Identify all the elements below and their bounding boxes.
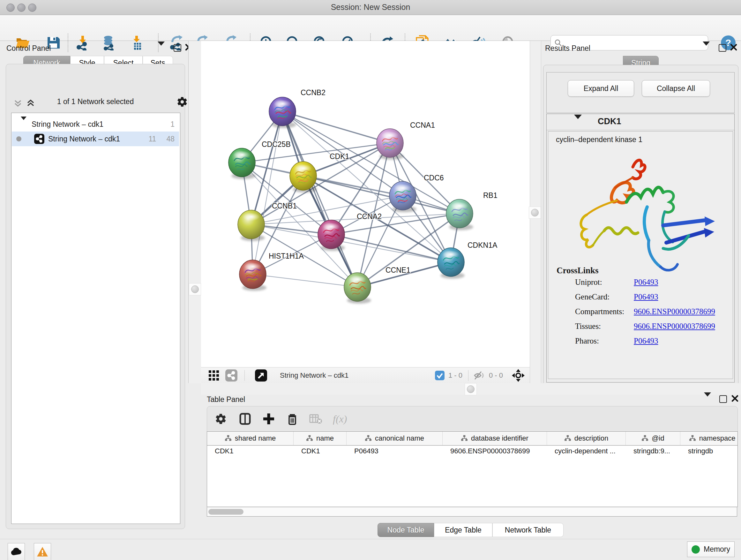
network-collection-row[interactable]: String Network – cdk1 1 xyxy=(12,117,179,132)
entry-collapse-icon[interactable] xyxy=(574,119,582,125)
table-cell[interactable]: CDK1 xyxy=(293,445,347,457)
table-cell[interactable]: stringdb xyxy=(680,445,738,457)
select-columns-icon[interactable] xyxy=(239,413,251,425)
function-builder-icon[interactable]: f(x) xyxy=(333,413,347,425)
cloud-button[interactable] xyxy=(8,543,25,560)
table-panel-collapse-icon[interactable] xyxy=(704,396,711,402)
network-edge-count: 48 xyxy=(166,135,175,143)
network-status-dot-icon xyxy=(16,136,21,141)
crosshair-icon[interactable] xyxy=(511,368,525,382)
edge-CCNB2-CCNA1[interactable] xyxy=(282,111,390,143)
crosslink-row: Tissues:9606.ENSP00000378699 xyxy=(548,322,733,336)
control-panel-title: Control Panel xyxy=(6,44,51,53)
collapse-all-networks-icon[interactable] xyxy=(26,99,36,108)
results-panel-float-icon[interactable] xyxy=(719,44,726,52)
crosslink-link[interactable]: P06493 xyxy=(634,278,658,287)
edge-HIST1H1A-CCNE1[interactable] xyxy=(253,274,357,287)
string-results-container: Expand All Collapse All CDK1 cyclin–depe… xyxy=(543,65,738,388)
table-settings-gear-icon[interactable] xyxy=(215,413,227,425)
selected-checkbox-icon[interactable] xyxy=(435,371,445,380)
node-label-CDC6: CDC6 xyxy=(424,174,444,182)
navigator-grid-icon[interactable] xyxy=(208,370,219,381)
collapse-all-button[interactable]: Collapse All xyxy=(642,80,710,97)
column-header-namespace[interactable]: namespace xyxy=(680,432,738,445)
edge-CCNA2-CDKN1A[interactable] xyxy=(331,234,451,262)
node-label-CCNA2: CCNA2 xyxy=(357,212,382,221)
table-cell[interactable]: 9606.ENSP00000378699 xyxy=(443,445,547,457)
network-row-selected[interactable]: String Network – cdk1 11 48 xyxy=(12,132,179,146)
table-panel-close-icon[interactable] xyxy=(731,395,738,402)
node-CCNE1[interactable] xyxy=(344,273,371,304)
add-column-icon[interactable] xyxy=(263,413,275,425)
column-header-@id[interactable]: @id xyxy=(626,432,680,445)
network-list-box: 1 of 1 Network selected String Network –… xyxy=(6,64,185,529)
main-toolbar: ? xyxy=(0,15,741,41)
crosslink-label: GeneCard: xyxy=(575,293,610,301)
node-CDC6[interactable] xyxy=(389,181,416,212)
column-header-name[interactable]: name xyxy=(293,432,347,445)
delete-column-icon[interactable] xyxy=(286,413,298,425)
expand-all-networks-icon[interactable] xyxy=(13,99,23,108)
string-logo-icon[interactable] xyxy=(225,369,238,381)
column-type-icon xyxy=(461,435,468,442)
table-cell[interactable]: P06493 xyxy=(347,445,443,457)
right-splitter-handle[interactable] xyxy=(529,206,541,219)
memory-button[interactable]: Memory xyxy=(687,542,735,557)
column-header-shared-name[interactable]: shared name xyxy=(207,432,293,445)
entry-content: cyclin–dependent kinase 1 xyxy=(548,131,733,379)
node-CCNA2[interactable] xyxy=(318,220,345,251)
column-header-canonical-name[interactable]: canonical name xyxy=(347,432,443,445)
delete-table-icon[interactable] xyxy=(309,414,322,424)
warning-button[interactable] xyxy=(34,543,51,560)
node-HIST1H1A[interactable] xyxy=(239,260,266,291)
table-cell[interactable]: cyclin-dependent ... xyxy=(547,445,626,457)
left-splitter[interactable] xyxy=(188,41,202,383)
table-cell[interactable]: CDK1 xyxy=(207,445,293,457)
cdk1-entry-panel: CDK1 cyclin–dependent kinase 1 xyxy=(546,114,735,382)
node-CDC25B[interactable] xyxy=(228,148,256,179)
table-horizontal-scrollbar[interactable] xyxy=(207,507,737,516)
crosslink-link[interactable]: P06493 xyxy=(634,293,658,301)
results-panel-close-icon[interactable] xyxy=(730,44,737,51)
left-splitter-handle[interactable] xyxy=(189,283,201,295)
tab-network-table[interactable]: Network Table xyxy=(492,523,563,537)
string-network-icon xyxy=(34,134,44,144)
expand-all-button[interactable]: Expand All xyxy=(568,80,634,97)
table-panel-float-icon[interactable] xyxy=(719,395,727,403)
entry-description: cyclin–dependent kinase 1 xyxy=(556,135,643,144)
control-panel-collapse-icon[interactable] xyxy=(158,46,165,51)
control-panel-float-icon[interactable] xyxy=(174,44,181,52)
results-panel-collapse-icon[interactable] xyxy=(703,46,710,51)
column-header-description[interactable]: description xyxy=(547,432,626,445)
warning-icon xyxy=(37,546,49,557)
entry-divider xyxy=(547,130,734,130)
detach-view-icon[interactable] xyxy=(255,369,267,381)
crosslink-link[interactable]: 9606.ENSP00000378699 xyxy=(634,307,715,316)
column-label: @id xyxy=(652,434,664,442)
hidden-eye-slash-icon[interactable] xyxy=(474,371,485,380)
node-CDKN1A[interactable] xyxy=(437,248,465,279)
edge-CCNB2-HIST1H1A[interactable] xyxy=(253,111,282,274)
network-list: String Network – cdk1 1 String Network –… xyxy=(11,113,180,524)
node-CCNA1[interactable] xyxy=(377,129,404,160)
table-row[interactable]: CDK1CDK1P064939606.ENSP00000378699cyclin… xyxy=(207,445,738,457)
node-CDK1[interactable] xyxy=(290,162,317,192)
network-canvas[interactable]: CCNB2CCNA1CDC25BCDK1CDC6RB1CCNB1CCNA2CDK… xyxy=(201,41,530,367)
collection-expand-icon[interactable] xyxy=(21,120,26,129)
scrollbar-thumb[interactable] xyxy=(208,509,244,515)
tab-node-table[interactable]: Node Table xyxy=(378,523,434,537)
network-options-gear-icon[interactable] xyxy=(177,96,188,108)
node-RB1[interactable] xyxy=(446,199,473,230)
node-label-CDKN1A: CDKN1A xyxy=(468,241,497,249)
column-header-database-identifier[interactable]: database identifier xyxy=(443,432,547,445)
results-panel-title: Results Panel xyxy=(545,44,590,53)
tab-edge-table[interactable]: Edge Table xyxy=(434,523,492,537)
crosslink-link[interactable]: P06493 xyxy=(634,336,658,346)
node-CCNB1[interactable] xyxy=(238,210,265,241)
column-label: namespace xyxy=(699,434,736,442)
network-selection-status: 1 of 1 Network selected xyxy=(41,98,150,106)
column-type-icon xyxy=(564,435,571,442)
crosslink-link[interactable]: 9606.ENSP00000378699 xyxy=(634,322,715,331)
table-cell[interactable]: stringdb:9... xyxy=(626,445,680,457)
crosslink-label: Uniprot: xyxy=(575,278,602,287)
